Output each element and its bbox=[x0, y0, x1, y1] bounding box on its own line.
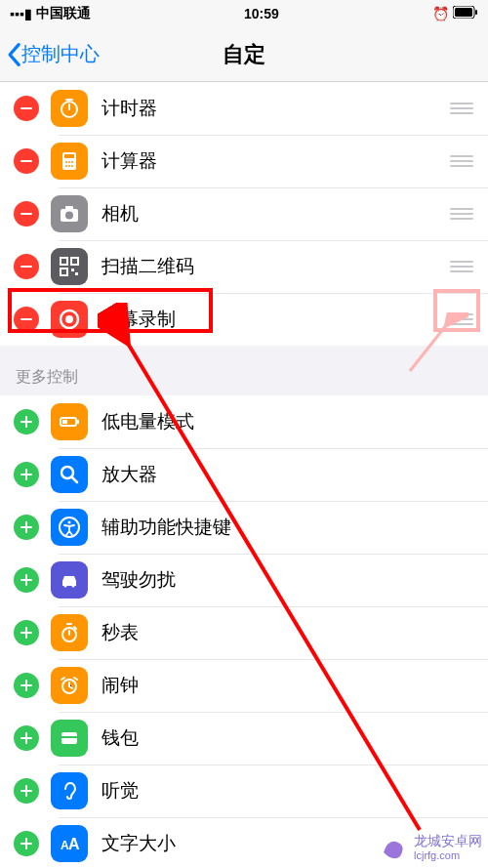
section-more-header: 更多控制 bbox=[0, 346, 488, 395]
remove-button[interactable] bbox=[14, 201, 39, 227]
row-label: 相机 bbox=[102, 201, 449, 227]
drag-handle[interactable] bbox=[449, 313, 474, 325]
signal-icon: ▪▪▪▮ bbox=[10, 6, 32, 21]
chevron-left-icon bbox=[6, 42, 21, 67]
row-label: 听觉 bbox=[102, 778, 474, 804]
stopwatch-icon bbox=[51, 614, 88, 651]
row-magnifier: 放大器 bbox=[0, 448, 488, 501]
carrier-label: 中国联通 bbox=[36, 5, 91, 22]
add-button[interactable] bbox=[14, 831, 39, 856]
more-list: 低电量模式放大器辅助功能快捷键驾驶勿扰秒表闹钟钱包听觉文字大小 bbox=[0, 395, 488, 868]
watermark: 龙城安卓网 lcjrfg.com bbox=[379, 833, 482, 862]
remove-button[interactable] bbox=[14, 148, 39, 174]
row-label: 扫描二维码 bbox=[102, 254, 449, 279]
status-bar: ▪▪▪▮ 中国联通 10:59 ⏰ bbox=[0, 0, 488, 27]
row-stopwatch: 秒表 bbox=[0, 606, 488, 659]
row-label: 放大器 bbox=[102, 462, 474, 487]
timer-icon bbox=[51, 90, 88, 127]
car-icon bbox=[51, 561, 88, 599]
row-dnd-drive: 驾驶勿扰 bbox=[0, 554, 488, 606]
svg-rect-34 bbox=[455, 8, 472, 17]
watermark-line2: lcjrfg.com bbox=[414, 849, 482, 861]
row-screenrec: 屏幕录制 bbox=[0, 293, 488, 346]
add-button[interactable] bbox=[14, 515, 39, 540]
alarm-status-icon: ⏰ bbox=[432, 6, 449, 21]
row-label: 驾驶勿扰 bbox=[102, 567, 474, 593]
row-label: 计时器 bbox=[102, 96, 449, 121]
included-list: 计时器计算器相机扫描二维码屏幕录制 bbox=[0, 82, 488, 346]
remove-button[interactable] bbox=[14, 96, 39, 121]
add-button[interactable] bbox=[14, 673, 39, 698]
accessibility-icon bbox=[51, 509, 88, 546]
row-camera: 相机 bbox=[0, 187, 488, 240]
row-wallet: 钱包 bbox=[0, 712, 488, 765]
row-alarm: 闹钟 bbox=[0, 659, 488, 712]
row-hearing: 听觉 bbox=[0, 765, 488, 817]
back-button[interactable]: 控制中心 bbox=[0, 41, 100, 67]
ear-icon bbox=[51, 772, 88, 809]
calculator-icon bbox=[51, 143, 88, 180]
battery-icon bbox=[453, 6, 478, 21]
battery-icon bbox=[51, 403, 88, 440]
add-button[interactable] bbox=[14, 620, 39, 645]
add-button[interactable] bbox=[14, 778, 39, 804]
drag-handle[interactable] bbox=[449, 155, 474, 167]
watermark-logo-icon bbox=[379, 833, 408, 862]
remove-button[interactable] bbox=[14, 254, 39, 279]
nav-bar: 控制中心 自定 bbox=[0, 27, 488, 82]
back-label: 控制中心 bbox=[21, 41, 100, 67]
wallet-icon bbox=[51, 720, 88, 757]
qr-icon bbox=[51, 248, 88, 285]
magnifier-icon bbox=[51, 456, 88, 493]
row-label: 低电量模式 bbox=[102, 409, 474, 434]
row-label: 辅助功能快捷键 bbox=[102, 515, 474, 540]
status-time: 10:59 bbox=[244, 6, 279, 21]
camera-icon bbox=[51, 195, 88, 232]
row-label: 闹钟 bbox=[102, 673, 474, 698]
add-button[interactable] bbox=[14, 725, 39, 751]
add-button[interactable] bbox=[14, 462, 39, 487]
row-calculator: 计算器 bbox=[0, 135, 488, 187]
record-icon bbox=[51, 301, 88, 338]
row-qr: 扫描二维码 bbox=[0, 240, 488, 293]
remove-button[interactable] bbox=[14, 307, 39, 332]
row-accessibility: 辅助功能快捷键 bbox=[0, 501, 488, 554]
row-label: 屏幕录制 bbox=[102, 307, 449, 332]
row-label: 秒表 bbox=[102, 620, 474, 645]
add-button[interactable] bbox=[14, 567, 39, 593]
drag-handle[interactable] bbox=[449, 261, 474, 272]
drag-handle[interactable] bbox=[449, 103, 474, 114]
add-button[interactable] bbox=[14, 409, 39, 434]
alarm-icon bbox=[51, 667, 88, 704]
row-label: 钱包 bbox=[102, 725, 474, 751]
watermark-line1: 龙城安卓网 bbox=[414, 834, 482, 848]
svg-rect-35 bbox=[475, 10, 477, 15]
row-timer: 计时器 bbox=[0, 82, 488, 135]
row-lowpower: 低电量模式 bbox=[0, 395, 488, 448]
row-label: 计算器 bbox=[102, 148, 449, 174]
drag-handle[interactable] bbox=[449, 208, 474, 220]
textsize-icon bbox=[51, 825, 88, 862]
